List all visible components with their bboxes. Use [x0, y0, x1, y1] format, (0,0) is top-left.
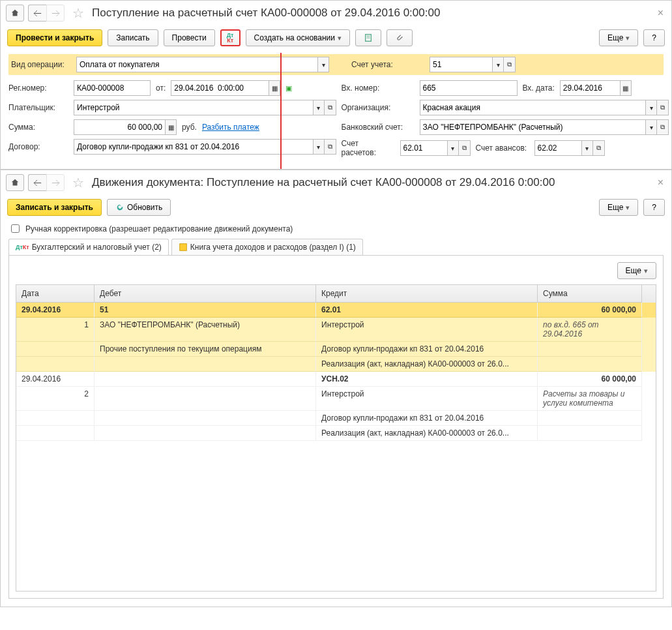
account-input[interactable]: [430, 57, 492, 72]
bank-acc-input[interactable]: [420, 119, 646, 135]
open-button[interactable]: ⧉: [325, 100, 336, 115]
dropdown-button[interactable]: ▾: [645, 119, 657, 135]
payer-input[interactable]: [74, 100, 313, 115]
document-icon: [364, 33, 373, 42]
in-date-label: Вх. дата:: [523, 83, 555, 93]
refresh-label: Обновить: [127, 203, 162, 212]
dropdown-button[interactable]: ▾: [492, 57, 504, 72]
callout-line: [280, 53, 282, 169]
reg-date-input[interactable]: [171, 80, 269, 96]
more-label: Еще: [607, 33, 623, 42]
calendar-icon: ▦: [272, 85, 278, 92]
dropdown-button[interactable]: ▾: [317, 57, 329, 72]
sum-input[interactable]: [74, 119, 165, 135]
home-icon: [10, 8, 20, 18]
dropdown-button[interactable]: ▾: [447, 140, 459, 156]
help-button[interactable]: ?: [643, 29, 665, 46]
attach-button[interactable]: [387, 29, 413, 46]
toolbar: Провести и закрыть Записать Провести ДтК…: [1, 25, 671, 50]
titlebar: 🡠 🡢 ☆ Движения документа: Поступление на…: [1, 170, 671, 195]
settle-acc-input[interactable]: [400, 140, 447, 156]
entries-grid: Дата Дебет Кредит Сумма 29.04.2016 51 62…: [16, 284, 656, 592]
refresh-button[interactable]: Обновить: [107, 199, 171, 216]
advance-acc-input[interactable]: [534, 140, 581, 156]
col-sum: Сумма: [538, 285, 642, 303]
favorite-star-icon[interactable]: ☆: [68, 5, 88, 21]
open-button[interactable]: ⧉: [657, 100, 669, 115]
help-button[interactable]: ?: [643, 199, 665, 216]
entry-subrow[interactable]: Реализация (акт, накладная) КА00-000003 …: [16, 426, 656, 441]
refresh-icon: [115, 203, 124, 212]
calendar-button[interactable]: ▦: [269, 80, 280, 96]
tab-income-book[interactable]: Книга учета доходов и расходов (раздел I…: [171, 239, 363, 255]
cell-credit-acc: 62.01: [316, 303, 538, 318]
dt-kt-button[interactable]: ДтКт: [220, 29, 241, 46]
post-and-close-button[interactable]: Провести и закрыть: [7, 29, 102, 46]
entry-row[interactable]: 29.04.2016 51 62.01 60 000,00: [16, 303, 656, 318]
favorite-star-icon[interactable]: ☆: [68, 175, 88, 190]
manual-edit-checkbox[interactable]: [11, 224, 20, 233]
op-type-label: Вид операции:: [11, 60, 71, 69]
calendar-button[interactable]: ▦: [620, 80, 632, 96]
dropdown-button[interactable]: ▾: [313, 139, 325, 155]
entry-subrow[interactable]: 1 ЗАО "НЕФТЕПРОМБАНК" (Расчетный) Интерс…: [16, 318, 656, 342]
open-button[interactable]: ⧉: [593, 140, 605, 156]
post-button[interactable]: Провести: [164, 29, 215, 46]
cell-credit1: Интерстрой: [316, 387, 538, 411]
open-button[interactable]: ⧉: [459, 140, 471, 156]
home-button[interactable]: [6, 174, 24, 191]
entry-row[interactable]: 29.04.2016 УСН.02 60 000,00: [16, 372, 656, 387]
in-num-input[interactable]: [420, 80, 518, 96]
cell-credit3: Реализация (акт, накладная) КА00-000003 …: [316, 357, 538, 372]
more-button[interactable]: Еще ▾: [599, 29, 638, 46]
org-input[interactable]: [420, 100, 646, 115]
home-button[interactable]: [6, 5, 24, 22]
cell-note: Расчеты за товары и услуги комитента: [538, 387, 642, 411]
create-based-button[interactable]: Создать на основании ▾: [246, 29, 351, 46]
manual-edit-row: Ручная корректировка (разрешает редактир…: [1, 220, 671, 239]
entry-subrow[interactable]: Договор купли-продажи кп 831 от 20.04.20…: [16, 411, 656, 426]
dropdown-button[interactable]: ▾: [645, 100, 657, 115]
in-date-input[interactable]: [560, 80, 620, 96]
save-and-close-button[interactable]: Записать и закрыть: [7, 199, 102, 216]
grid-header: Дата Дебет Кредит Сумма: [16, 285, 656, 303]
cell-credit3: Реализация (акт, накладная) КА00-000003 …: [316, 426, 538, 441]
close-button[interactable]: ×: [655, 7, 666, 19]
dropdown-button[interactable]: ▾: [313, 100, 325, 115]
back-button[interactable]: 🡠: [28, 174, 46, 191]
close-button[interactable]: ×: [655, 177, 666, 188]
forward-button[interactable]: 🡢: [46, 5, 65, 22]
open-button[interactable]: ⧉: [325, 139, 336, 155]
cell-debit-acc: 51: [95, 303, 316, 318]
cell-date: 29.04.2016: [16, 303, 95, 318]
entry-subrow[interactable]: 2 Интерстрой Расчеты за товары и услуги …: [16, 387, 656, 411]
advance-acc-label: Счет авансов:: [476, 143, 529, 153]
split-payment-link[interactable]: Разбить платеж: [202, 123, 259, 132]
entry-subrow[interactable]: Реализация (акт, накладная) КА00-000003 …: [16, 357, 656, 372]
document-pane: 🡠 🡢 ☆ Поступление на расчетный счет КА00…: [0, 0, 672, 170]
tabs: ДтКт Бухгалтерский и налоговый учет (2) …: [8, 239, 664, 256]
dropdown-button[interactable]: ▾: [581, 140, 593, 156]
open-button[interactable]: ⧉: [657, 119, 669, 135]
more-button[interactable]: Еще ▾: [599, 199, 638, 216]
reg-num-label: Рег.номер:: [8, 83, 68, 93]
account-label: Счет учета:: [351, 60, 424, 69]
paperclip-icon: [395, 33, 404, 42]
calculator-button[interactable]: ▦: [165, 119, 177, 135]
reg-num-input[interactable]: [74, 80, 151, 96]
cell-date: 29.04.2016: [16, 372, 95, 387]
tab-accounting[interactable]: ДтКт Бухгалтерский и налоговый учет (2): [8, 239, 169, 255]
save-button[interactable]: Записать: [108, 29, 158, 46]
contract-input[interactable]: [74, 139, 313, 155]
report-icon-button[interactable]: [355, 29, 381, 46]
grid-more-button[interactable]: Еще ▾: [617, 262, 656, 279]
create-based-label: Создать на основании: [254, 33, 336, 42]
open-button[interactable]: ⧉: [504, 57, 516, 72]
entry-subrow[interactable]: Прочие поступления по текущим операциям …: [16, 342, 656, 357]
forward-button[interactable]: 🡢: [46, 174, 65, 191]
back-button[interactable]: 🡠: [28, 5, 46, 22]
movements-pane: 🡠 🡢 ☆ Движения документа: Поступление на…: [0, 170, 672, 607]
calculator-icon: ▦: [168, 124, 174, 131]
cell-debit1: ЗАО "НЕФТЕПРОМБАНК" (Расчетный): [95, 318, 316, 342]
titlebar: 🡠 🡢 ☆ Поступление на расчетный счет КА00…: [1, 1, 671, 25]
